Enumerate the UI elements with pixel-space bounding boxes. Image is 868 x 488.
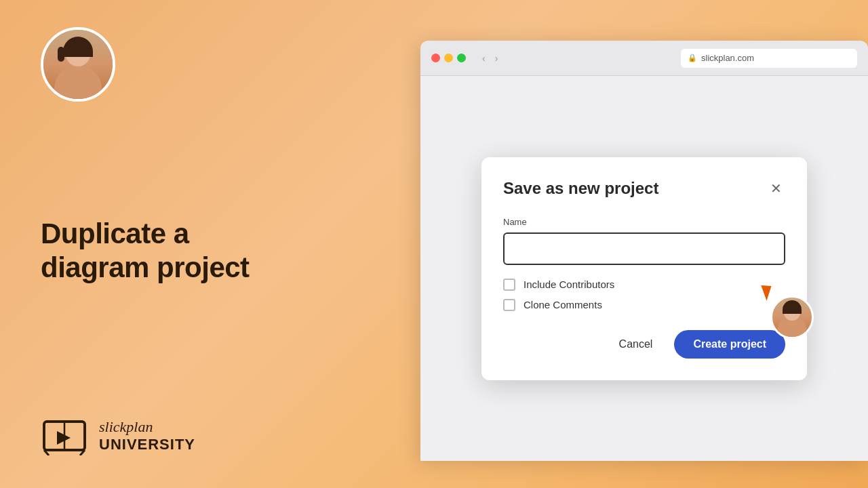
logo-slickplan: slickplan: [99, 418, 195, 436]
save-as-new-project-modal: Save as new project ✕ Name Include Contr…: [481, 157, 807, 380]
include-contributors-label[interactable]: Include Contributors: [524, 279, 614, 290]
modal-overlay: Save as new project ✕ Name Include Contr…: [420, 76, 868, 461]
logo-text: slickplan UNIVERSITY: [99, 418, 195, 453]
modal-footer: Cancel Create project: [503, 330, 785, 359]
avatar: [41, 27, 115, 102]
browser-content: Save as new project ✕ Name Include Contr…: [420, 76, 868, 461]
modal-title: Save as new project: [503, 179, 658, 198]
logo-container: slickplan UNIVERSITY: [41, 416, 195, 455]
traffic-light-red[interactable]: [431, 54, 440, 62]
traffic-light-green[interactable]: [457, 54, 466, 62]
include-contributors-row: Include Contributors: [503, 279, 785, 291]
left-text-block: Duplicate a diagram project: [41, 217, 250, 285]
browser-chrome: ‹ › 🔒 slickplan.com: [420, 41, 868, 76]
page-title: Duplicate a diagram project: [41, 217, 250, 285]
clone-comments-row: Clone Comments: [503, 299, 785, 311]
modal-header: Save as new project ✕: [503, 179, 785, 198]
modal-body: Name Include Contributors Clone Comments: [503, 217, 785, 311]
name-label: Name: [503, 217, 785, 227]
cursor-avatar-hair: [783, 300, 802, 314]
clone-comments-label[interactable]: Clone Comments: [524, 299, 602, 310]
traffic-light-yellow[interactable]: [444, 54, 453, 62]
forward-button[interactable]: ›: [492, 52, 501, 65]
cancel-button[interactable]: Cancel: [608, 331, 664, 357]
nav-arrows: ‹ ›: [479, 52, 500, 65]
name-input[interactable]: [503, 232, 785, 265]
cursor-avatar-overlay: [770, 290, 814, 339]
modal-close-button[interactable]: ✕: [766, 179, 785, 198]
avatar-hair: [63, 37, 93, 57]
back-button[interactable]: ‹: [479, 52, 488, 65]
logo-book-icon: [41, 416, 88, 455]
include-contributors-checkbox[interactable]: [503, 279, 515, 291]
address-bar[interactable]: 🔒 slickplan.com: [681, 49, 857, 68]
traffic-lights: [431, 54, 466, 62]
clone-comments-checkbox[interactable]: [503, 299, 515, 311]
lock-icon: 🔒: [688, 54, 697, 62]
cursor-person-avatar: [770, 296, 814, 339]
browser-window: ‹ › 🔒 slickplan.com Save as new project …: [420, 41, 868, 461]
create-project-button[interactable]: Create project: [674, 330, 785, 359]
address-bar-url: slickplan.com: [701, 53, 754, 63]
logo-university: UNIVERSITY: [99, 436, 195, 453]
